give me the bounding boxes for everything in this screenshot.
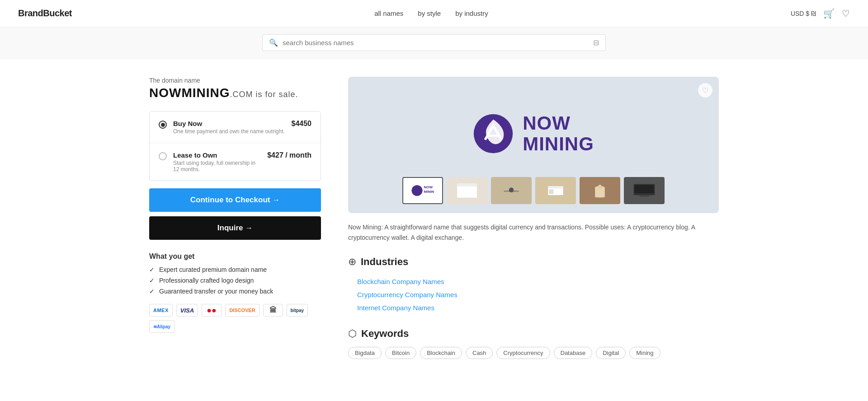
svg-text:NOW: NOW xyxy=(424,185,433,189)
preview-heart-button[interactable]: ♡ xyxy=(698,83,712,98)
nav-by-style[interactable]: by style xyxy=(418,9,441,17)
amex-badge: AMEX xyxy=(149,304,173,317)
keyword-mining[interactable]: Mining xyxy=(629,347,660,359)
mastercard-badge: ●● xyxy=(202,304,222,317)
check-icon-3: ✓ xyxy=(149,288,155,295)
domain-name: NOWMINING xyxy=(149,86,230,100)
keyword-database[interactable]: Database xyxy=(554,347,593,359)
search-bar-container: 🔍 ⊟ xyxy=(0,27,868,59)
nav-by-industry[interactable]: by industry xyxy=(455,9,488,17)
domain-tld: .COM is for sale. xyxy=(230,90,298,99)
thumbnail-2[interactable] xyxy=(447,177,487,204)
domain-title: NOWMINING.COM is for sale. xyxy=(149,86,321,100)
bitpay-badge: bitpay xyxy=(287,304,308,317)
search-input[interactable] xyxy=(283,39,589,47)
thumbnail-3[interactable] xyxy=(491,177,532,204)
benefit-label-2: Professionally crafted logo design xyxy=(159,277,254,284)
industries-header: ⊕ Industries xyxy=(348,256,719,268)
visa-badge: VISA xyxy=(176,304,198,317)
buy-now-label: Buy Now xyxy=(173,120,285,127)
check-icon-1: ✓ xyxy=(149,266,155,273)
thumbnail-5-content xyxy=(580,178,619,203)
alipay-badge: ≋Alipay xyxy=(149,320,175,333)
svg-point-12 xyxy=(598,185,601,188)
wishlist-icon[interactable]: ♡ xyxy=(842,8,850,19)
checkout-button[interactable]: Continue to Checkout → xyxy=(149,188,321,212)
keywords-title: Keywords xyxy=(361,328,409,340)
svg-rect-11 xyxy=(549,190,553,194)
main-nav: all names by style by industry xyxy=(374,9,488,17)
right-panel: ♡ NOW MINING xyxy=(348,77,719,373)
logo-main: NOW MINING xyxy=(357,104,710,163)
benefit-label-3: Guaranteed transfer or your money back xyxy=(159,288,273,295)
header-right: USD $ ₪ 🛒 ♡ xyxy=(791,8,850,19)
keyword-blockchain[interactable]: Blockchain xyxy=(420,347,462,359)
header: BrandBucket all names by style by indust… xyxy=(0,0,868,27)
thumbnail-2-content xyxy=(448,178,486,203)
domain-description: Now Mining: A straightforward name that … xyxy=(348,222,719,242)
nav-all-names[interactable]: all names xyxy=(374,9,403,17)
industries-title: Industries xyxy=(361,256,408,268)
purchase-options: Buy Now One time payment and own the nam… xyxy=(149,111,321,181)
site-logo[interactable]: BrandBucket xyxy=(18,8,72,19)
lease-radio[interactable] xyxy=(159,152,167,160)
keywords-icon: ⬡ xyxy=(348,328,357,340)
benefit-2: ✓ Professionally crafted logo design xyxy=(149,277,321,284)
benefit-3: ✓ Guaranteed transfer or your money back xyxy=(149,288,321,295)
benefit-label-1: Expert curated premium domain name xyxy=(159,266,267,273)
buy-now-desc: One time payment and own the name outrig… xyxy=(173,128,285,135)
keyword-bitcoin[interactable]: Bitcoin xyxy=(385,347,416,359)
buy-now-radio[interactable] xyxy=(159,121,167,129)
industries-section: ⊕ Industries Blockchain Company Names Cr… xyxy=(348,256,719,314)
benefit-1: ✓ Expert curated premium domain name xyxy=(149,266,321,273)
main-content: The domain name NOWMINING.COM is for sal… xyxy=(140,59,728,391)
what-you-get: What you get ✓ Expert curated premium do… xyxy=(149,252,321,295)
search-icon: 🔍 xyxy=(269,38,278,47)
lease-info: Lease to Own Start using today, full own… xyxy=(173,151,261,173)
industries-icon: ⊕ xyxy=(348,256,356,268)
keyword-cash[interactable]: Cash xyxy=(466,347,493,359)
industry-link-3[interactable]: Internet Company Names xyxy=(348,301,719,314)
thumbnail-4[interactable] xyxy=(535,177,576,204)
bank-badge: 🏛 xyxy=(263,304,283,317)
filter-icon[interactable]: ⊟ xyxy=(593,38,599,47)
discover-badge: DISCOVER xyxy=(225,304,259,317)
lease-price: $427 / month xyxy=(267,151,311,159)
logo-preview-area: ♡ NOW MINING xyxy=(348,77,719,213)
svg-rect-10 xyxy=(548,186,563,188)
thumbnail-5[interactable] xyxy=(580,177,620,204)
logo-line1: NOW xyxy=(523,113,594,134)
lease-label: Lease to Own xyxy=(173,151,261,159)
buy-now-option[interactable]: Buy Now One time payment and own the nam… xyxy=(150,112,321,143)
logo-circle-icon xyxy=(473,113,514,154)
buy-now-price: $4450 xyxy=(292,120,312,128)
svg-rect-15 xyxy=(639,196,649,197)
currency-label[interactable]: USD $ ₪ xyxy=(791,10,816,17)
thumbnail-6[interactable] xyxy=(624,177,665,204)
thumbnail-1-content: NOW MINING xyxy=(403,178,442,203)
cart-icon[interactable]: 🛒 xyxy=(823,8,835,19)
payment-methods: AMEX VISA ●● DISCOVER 🏛 bitpay ≋Alipay xyxy=(149,304,321,333)
keyword-digital[interactable]: Digital xyxy=(596,347,626,359)
thumbnail-1[interactable]: NOW MINING xyxy=(402,177,443,204)
search-bar: 🔍 ⊟ xyxy=(262,34,606,51)
keyword-bigdata[interactable]: Bigdata xyxy=(348,347,382,359)
svg-text:MINING: MINING xyxy=(424,190,434,194)
industry-link-1[interactable]: Blockchain Company Names xyxy=(348,275,719,288)
industry-link-2[interactable]: Cryptocurrency Company Names xyxy=(348,288,719,301)
keyword-cryptocurrency[interactable]: Cryptocurrency xyxy=(496,347,550,359)
lease-option[interactable]: Lease to Own Start using today, full own… xyxy=(150,143,321,181)
inquire-button[interactable]: Inquire → xyxy=(149,216,321,240)
keywords-header: ⬡ Keywords xyxy=(348,328,719,340)
buy-now-info: Buy Now One time payment and own the nam… xyxy=(173,120,285,135)
domain-subtitle: The domain name xyxy=(149,77,321,84)
left-panel: The domain name NOWMINING.COM is for sal… xyxy=(149,77,321,373)
logo-text: NOW MINING xyxy=(523,113,594,154)
thumbnail-4-content xyxy=(536,178,575,203)
thumbnail-strip: NOW MINING xyxy=(357,177,710,204)
buy-now-radio-fill xyxy=(161,123,165,127)
logo-line2: MINING xyxy=(523,134,594,154)
svg-rect-14 xyxy=(635,185,654,193)
keywords-section: ⬡ Keywords Bigdata Bitcoin Blockchain Ca… xyxy=(348,328,719,359)
check-icon-2: ✓ xyxy=(149,277,155,284)
